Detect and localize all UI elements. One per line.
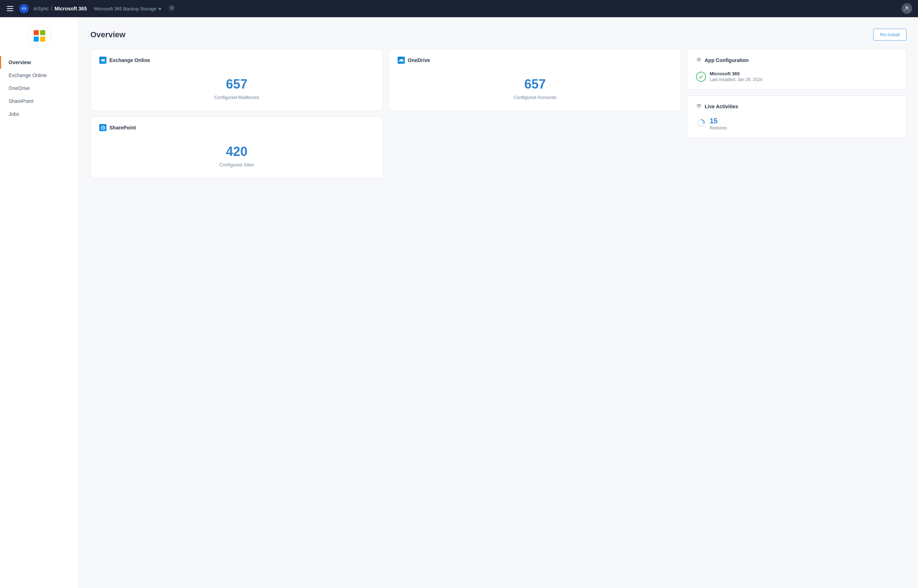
onedrive-icon <box>398 57 405 64</box>
center-cards: OneDrive 657 Configured Accounts <box>389 49 681 111</box>
sidebar-overview-label: Overview <box>9 60 31 65</box>
topbar: inSync / Microsoft 365 Microsoft 365 Bac… <box>0 0 918 17</box>
left-cards: Exchange Online 657 Configured Mailboxes <box>91 49 383 178</box>
sidebar: Overview Exchange Online OneDrive ShareP… <box>0 17 79 588</box>
sidebar-item-onedrive[interactable]: OneDrive <box>0 82 79 95</box>
onedrive-card: OneDrive 657 Configured Accounts <box>389 49 681 111</box>
insync-label[interactable]: inSync <box>34 6 49 11</box>
onedrive-title: OneDrive <box>408 57 430 63</box>
svg-point-6 <box>905 6 908 9</box>
onedrive-number: 657 <box>398 77 672 92</box>
app-config-content: Microsoft 365 Last Installed: Jan 29, 20… <box>696 71 897 82</box>
app-config-header: App Configuration <box>696 57 897 64</box>
app-config-title: App Configuration <box>705 57 749 63</box>
sidebar-sharepoint-label: SharePoint <box>9 98 33 104</box>
exchange-online-stat: 657 Configured Mailboxes <box>99 71 374 103</box>
gear-icon <box>696 57 702 64</box>
svg-rect-2 <box>7 10 13 11</box>
sharepoint-title: SharePoint <box>109 125 136 131</box>
right-cards: App Configuration Microsoft 365 Last Ins… <box>687 49 907 138</box>
config-install-date: Last Installed: Jan 29, 2024 <box>710 77 762 82</box>
config-check-icon <box>696 72 706 82</box>
sharepoint-stat: 420 Configured Sites <box>99 138 374 171</box>
app-config-card: App Configuration Microsoft 365 Last Ins… <box>687 49 907 90</box>
sidebar-jobs-label: Jobs <box>9 111 19 117</box>
onedrive-stat: 657 Configured Accounts <box>398 71 672 103</box>
reinstall-button[interactable]: Re-Install <box>873 29 907 40</box>
svg-rect-0 <box>7 6 13 7</box>
restore-spin-icon <box>696 118 706 128</box>
sidebar-onedrive-label: OneDrive <box>9 85 30 91</box>
sidebar-item-jobs[interactable]: Jobs <box>0 108 79 121</box>
product-label: Microsoft 365 Backup Storage ▾ <box>94 5 162 12</box>
live-activities-text: 15 Restores <box>710 117 727 131</box>
exchange-online-card-header: Exchange Online <box>99 57 374 64</box>
sharepoint-card-header: SharePoint <box>99 124 374 131</box>
onedrive-label: Configured Accounts <box>514 95 556 100</box>
druva-logo <box>19 3 29 14</box>
sharepoint-card: SharePoint 420 Configured Sites <box>91 116 383 178</box>
svg-rect-1 <box>7 8 13 9</box>
menu-icon[interactable] <box>6 5 15 12</box>
sidebar-item-sharepoint[interactable]: SharePoint <box>0 95 79 108</box>
main-content: Overview Re-Install Exchange On <box>79 17 918 588</box>
config-text: Microsoft 365 Last Installed: Jan 29, 20… <box>710 71 762 82</box>
onedrive-card-header: OneDrive <box>398 57 672 64</box>
live-activities-content: 15 Restores <box>696 117 897 131</box>
exchange-online-number: 657 <box>99 77 374 92</box>
live-activities-card: Live Activities 15 Restores <box>687 95 907 138</box>
sharepoint-icon <box>99 124 107 131</box>
sidebar-exchange-label: Exchange Online <box>9 73 47 78</box>
exchange-online-title: Exchange Online <box>109 57 150 63</box>
user-avatar[interactable] <box>902 3 912 14</box>
sidebar-item-exchange-online[interactable]: Exchange Online <box>0 69 79 82</box>
svg-point-8 <box>698 59 700 61</box>
sharepoint-label: Configured Sites <box>220 162 254 168</box>
product-name-text: Microsoft 365 Backup Storage <box>94 6 156 11</box>
svg-point-5 <box>171 7 173 9</box>
live-activities-icon <box>696 103 702 110</box>
page-header: Overview Re-Install <box>91 29 907 40</box>
exchange-online-label: Configured Mailboxes <box>214 95 259 100</box>
sidebar-nav: Overview Exchange Online OneDrive ShareP… <box>0 56 79 121</box>
sidebar-item-overview[interactable]: Overview <box>0 56 79 69</box>
live-label: Restores <box>710 126 727 131</box>
app-name-label: Microsoft 365 <box>55 6 87 11</box>
live-activities-header: Live Activities <box>696 103 897 110</box>
page-title: Overview <box>91 30 126 39</box>
main-layout: Overview Exchange Online OneDrive ShareP… <box>0 17 918 588</box>
svg-point-4 <box>23 8 25 10</box>
breadcrumb: inSync / Microsoft 365 <box>34 6 87 11</box>
exchange-online-card: Exchange Online 657 Configured Mailboxes <box>91 49 383 111</box>
config-product-name: Microsoft 365 <box>710 71 762 76</box>
live-count: 15 <box>710 117 727 124</box>
cards-grid: Exchange Online 657 Configured Mailboxes <box>91 49 907 178</box>
live-activities-title: Live Activities <box>705 103 739 109</box>
product-check-icon: ▾ <box>158 5 162 12</box>
breadcrumb-separator: / <box>51 6 52 11</box>
exchange-icon <box>99 57 107 64</box>
microsoft-logo <box>34 30 45 42</box>
settings-icon[interactable] <box>168 5 175 13</box>
sharepoint-number: 420 <box>99 144 374 159</box>
sidebar-logo <box>28 24 51 47</box>
